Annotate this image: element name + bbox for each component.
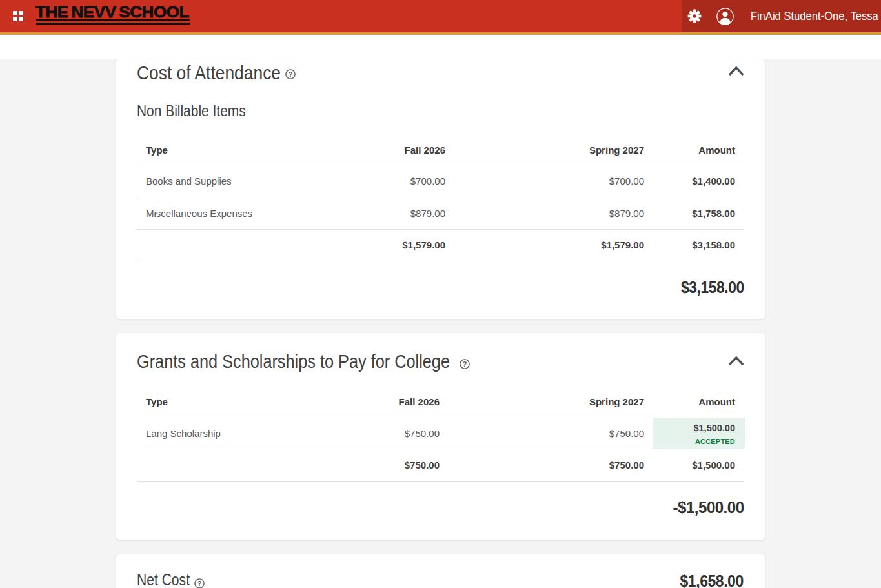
svg-text:?: ? bbox=[197, 579, 201, 587]
svg-text:?: ? bbox=[462, 360, 467, 367]
svg-text:?: ? bbox=[288, 70, 292, 77]
